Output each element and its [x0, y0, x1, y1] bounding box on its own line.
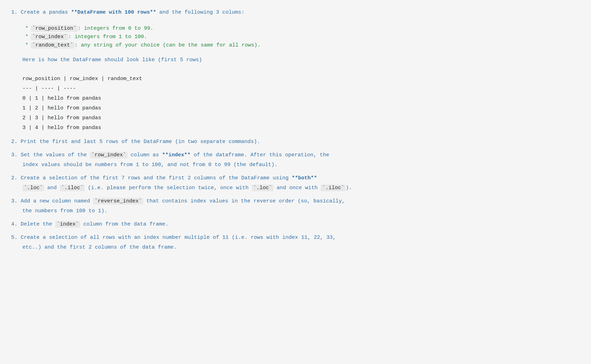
table-header: row_position | row_index | random_text — [22, 75, 580, 83]
section-2: 2. Print the first and last 5 rows of th… — [11, 138, 580, 146]
section-5: 3. Add a new column named `reverse_index… — [11, 197, 580, 215]
item7-line1: 5. Create a selection of all rows with a… — [11, 234, 580, 242]
section-6: 4. Delete the `index` column from the da… — [11, 220, 580, 229]
code-loc-1: `.loc` — [22, 185, 44, 191]
code-row-position: `row_position` — [31, 25, 78, 32]
item3-line2: index values should be numbers from 1 to… — [11, 161, 580, 169]
table-sep: --- | ---- | ---- — [22, 85, 580, 93]
code-reverse-index: `reverse_index` — [93, 198, 143, 205]
sub-item-2: * `row_index`: integers from 1 to 100. — [11, 33, 580, 41]
item4-line1: 2. Create a selection of the first 7 row… — [11, 174, 580, 183]
item1-suffix: and the following 3 colums: — [156, 9, 244, 15]
table-row-2: 2 | 3 | hello from pandas — [22, 114, 580, 122]
data-table: row_position | row_index | random_text -… — [11, 75, 580, 132]
item1-number: 1. Create a pandas — [11, 9, 71, 15]
main-content: 1. Create a pandas **DataFrame with 100 … — [0, 0, 591, 364]
code-index: `index` — [55, 221, 80, 228]
item4-line2: `.loc` and `.iloc` (i.e. please perform … — [11, 184, 580, 192]
item3-line1: 3. Set the values of the `row_index` col… — [11, 151, 580, 159]
item1-bold: **DataFrame with 100 rows** — [71, 9, 156, 15]
code-row-index: `row_index` — [31, 34, 68, 40]
code-row-index-2: `row_index` — [90, 152, 127, 158]
table-row-1: 1 | 2 | hello from pandas — [22, 104, 580, 113]
code-iloc-1: `.iloc` — [60, 185, 85, 191]
code-iloc-2: `.iloc` — [321, 185, 346, 191]
section-7: 5. Create a selection of all rows with a… — [11, 234, 580, 252]
code-random-text: `random_text` — [31, 42, 75, 49]
item6-text: 4. Delete the `index` column from the da… — [11, 220, 580, 229]
section-4: 2. Create a selection of the first 7 row… — [11, 174, 580, 192]
code-loc-2: `.loc` — [252, 185, 273, 191]
item5-line1: 3. Add a new column named `reverse_index… — [11, 197, 580, 206]
section-1: 1. Create a pandas **DataFrame with 100 … — [11, 8, 580, 132]
table-row-0: 0 | 1 | hello from pandas — [22, 94, 580, 103]
table-row-3: 3 | 4 | hello from pandas — [22, 124, 580, 132]
sub-item-1: * `row_position`: integers from 0 to 99. — [11, 24, 580, 33]
section-3: 3. Set the values of the `row_index` col… — [11, 151, 580, 169]
table-intro: Here is how the DataFrame should look li… — [11, 56, 580, 64]
item2-text: 2. Print the first and last 5 rows of th… — [11, 138, 580, 146]
sub-item-3: * `random_text`: any string of your choi… — [11, 41, 580, 50]
item5-line2: the numbers from 100 to 1). — [11, 207, 580, 215]
item1-header: 1. Create a pandas **DataFrame with 100 … — [11, 8, 580, 17]
item7-line2: etc..) and the first 2 columns of the da… — [11, 243, 580, 252]
